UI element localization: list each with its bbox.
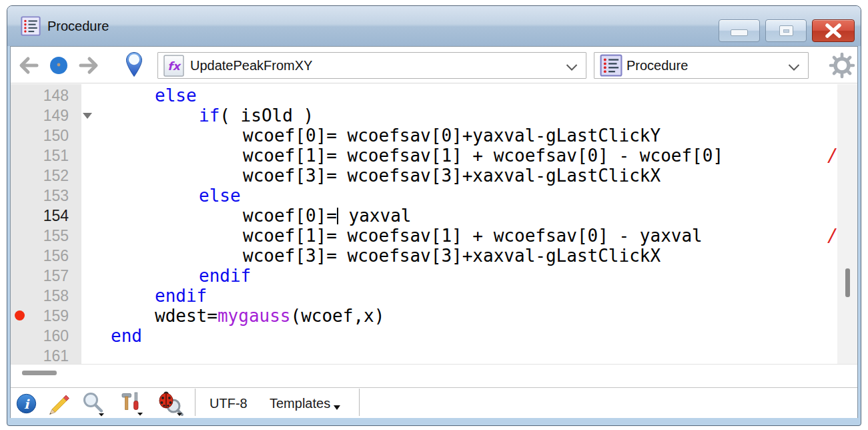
code-line[interactable]: endif — [155, 286, 207, 306]
breakpoint-dot[interactable] — [15, 310, 25, 320]
code-segment: wcoef[3]= wcoefsav[3]+xaxval-gLastClickX — [243, 246, 661, 266]
toolbar: fx UpdatePeakFromXY — [11, 47, 857, 83]
code-row[interactable]: 148else — [11, 85, 857, 105]
function-selector[interactable]: fx UpdatePeakFromXY — [157, 52, 586, 79]
code-segment: wdest= — [155, 306, 218, 326]
line-number: 153 — [11, 186, 69, 206]
dropdown-arrow-icon — [334, 405, 340, 410]
code-line[interactable]: wcoef[3]= wcoefsav[3]+xaxval-gLastClickX — [243, 166, 661, 186]
titlebar[interactable]: Procedure — [7, 6, 861, 46]
line-number: 160 — [11, 326, 69, 346]
code-row[interactable]: 152wcoef[3]= wcoefsav[3]+xaxval-gLastCli… — [11, 166, 857, 186]
horizontal-scrollbar[interactable] — [11, 364, 857, 387]
location-pin-icon[interactable] — [125, 51, 143, 81]
maximize-button[interactable] — [765, 19, 807, 42]
info-icon[interactable]: i — [16, 393, 37, 417]
code-segment: ( isOld ) — [220, 105, 314, 126]
code-segment: wcoef[0]= wcoefsav[0]+yaxval-gLastClickY — [243, 126, 661, 146]
vertical-scrollbar-thumb[interactable] — [845, 268, 850, 297]
line-number: 161 — [11, 346, 69, 364]
window-title: Procedure — [47, 6, 109, 46]
code-segment: else — [199, 186, 241, 206]
line-continuation-mark: / — [827, 146, 838, 166]
code-row[interactable]: 159wdest=mygauss(wcoef,x) — [11, 306, 857, 326]
code-segment: endif — [155, 286, 207, 306]
collapse-triangle-icon[interactable] — [83, 113, 92, 119]
code-segment: wcoef[1]= wcoefsav[1] + wcoefsav[0] - wc… — [243, 146, 723, 166]
code-row[interactable]: 153else — [11, 186, 857, 206]
code-row[interactable]: 149if( isOld ) — [11, 105, 857, 126]
line-continuation-mark: / — [827, 226, 838, 246]
code-line[interactable]: wcoef[1]= wcoefsav[1] + wcoefsav[0] - ya… — [243, 226, 703, 246]
nav-dot-icon[interactable] — [49, 56, 68, 77]
code-line[interactable]: else — [155, 85, 197, 105]
client-area: fx UpdatePeakFromXY — [10, 46, 858, 418]
line-number: 152 — [11, 166, 69, 186]
maximize-icon — [779, 25, 793, 36]
code-line[interactable]: wdest=mygauss(wcoef,x) — [155, 306, 384, 326]
vertical-scrollbar[interactable] — [837, 84, 857, 371]
code-segment: mygauss — [218, 306, 291, 326]
statusbar-divider — [195, 389, 195, 416]
code-segment: wcoef[1]= wcoefsav[1] + wcoefsav[0] - ya… — [243, 226, 703, 246]
line-number: 154 — [11, 206, 69, 226]
statusbar-divider — [359, 389, 360, 416]
close-icon — [823, 23, 843, 38]
chevron-down-icon — [788, 62, 800, 74]
fx-icon: fx — [163, 55, 184, 79]
gear-icon[interactable] — [829, 52, 855, 81]
minimize-icon — [731, 29, 748, 36]
code-row[interactable]: 161 — [11, 346, 857, 364]
search-magnifier-icon[interactable] — [81, 391, 107, 419]
line-number: 151 — [11, 146, 69, 166]
svg-text:fx: fx — [167, 59, 181, 73]
tools-icon[interactable] — [120, 391, 147, 419]
back-arrow-icon[interactable] — [17, 54, 40, 79]
line-number: 150 — [11, 126, 69, 146]
templates-menu[interactable]: Templates — [270, 388, 340, 419]
statusbar: i — [11, 387, 857, 418]
forward-arrow-icon[interactable] — [77, 54, 100, 79]
code-line[interactable]: wcoef[0]= yaxval — [243, 206, 411, 226]
templates-label: Templates — [270, 396, 330, 411]
line-number: 148 — [11, 85, 69, 105]
line-number: 155 — [11, 226, 69, 246]
code-line[interactable]: if( isOld ) — [199, 105, 314, 126]
code-segment: endif — [199, 266, 251, 286]
window-selector[interactable]: Procedure — [594, 52, 809, 79]
code-row[interactable]: 151wcoef[1]= wcoefsav[1] + wcoefsav[0] -… — [11, 146, 857, 166]
code-row[interactable]: 156wcoef[3]= wcoefsav[3]+xaxval-gLastCli… — [11, 246, 857, 266]
chevron-down-icon — [566, 62, 578, 74]
code-row[interactable]: 154wcoef[0]= yaxval — [11, 206, 857, 226]
function-selector-value: UpdatePeakFromXY — [190, 53, 312, 78]
code-row[interactable]: 155wcoef[1]= wcoefsav[1] + wcoefsav[0] -… — [11, 226, 857, 246]
code-row[interactable]: 157endif — [11, 266, 857, 286]
procedure-doc-icon — [600, 54, 622, 79]
horizontal-scrollbar-thumb[interactable] — [22, 371, 57, 375]
code-line[interactable]: wcoef[0]= wcoefsav[0]+yaxval-gLastClickY — [243, 126, 661, 146]
minimize-button[interactable] — [719, 19, 760, 42]
code-segment: if — [199, 105, 220, 126]
code-row[interactable]: 150wcoef[0]= wcoefsav[0]+yaxval-gLastCli… — [11, 126, 857, 146]
encoding-label[interactable]: UTF-8 — [209, 388, 248, 419]
code-row[interactable]: 160end — [11, 326, 857, 346]
edit-pencil-icon[interactable] — [48, 392, 72, 419]
debug-bug-icon[interactable] — [156, 390, 184, 419]
procedure-doc-icon — [21, 16, 41, 36]
procedure-window: Procedure — [7, 5, 861, 426]
code-segment: wcoef[0]= — [243, 206, 337, 226]
line-number: 158 — [11, 286, 69, 306]
code-segment: else — [155, 85, 197, 105]
code-editor[interactable]: 148else149if( isOld )150wcoef[0]= wcoefs… — [11, 84, 857, 364]
code-line[interactable]: else — [199, 186, 241, 206]
code-line[interactable]: wcoef[1]= wcoefsav[1] + wcoefsav[0] - wc… — [243, 146, 723, 166]
line-number: 157 — [11, 266, 69, 286]
code-line[interactable]: endif — [199, 266, 251, 286]
code-segment: yaxval — [338, 206, 412, 226]
code-line[interactable]: wcoef[3]= wcoefsav[3]+xaxval-gLastClickX — [243, 246, 661, 266]
close-button[interactable] — [812, 19, 855, 42]
code-segment: end — [111, 326, 142, 346]
code-line[interactable]: end — [111, 326, 142, 346]
code-row[interactable]: 158endif — [11, 286, 857, 306]
window-selector-value: Procedure — [626, 53, 688, 78]
